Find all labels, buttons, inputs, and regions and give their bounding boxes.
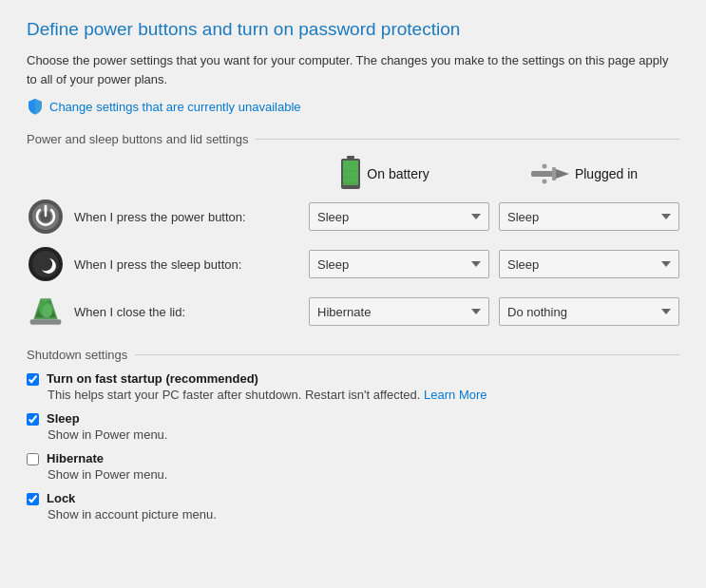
lid-dropdowns: Sleep Hibernate Shut down Turn off the d… <box>309 297 679 326</box>
battery-label: On battery <box>367 166 429 181</box>
power-button-dropdowns: Sleep Hibernate Shut down Turn off the d… <box>309 202 679 231</box>
fast-startup-sub: This helps start your PC faster after sh… <box>48 388 679 402</box>
learn-more-link[interactable]: Learn More <box>424 388 487 402</box>
hibernate-shutdown-sub: Show in Power menu. <box>48 467 679 482</box>
lid-plugged-select[interactable]: Sleep Hibernate Shut down Turn off the d… <box>499 297 679 326</box>
hibernate-shutdown-label[interactable]: Hibernate <box>47 451 104 465</box>
section1-label: Power and sleep buttons and lid settings <box>27 132 248 146</box>
lid-battery-wrap: Sleep Hibernate Shut down Turn off the d… <box>309 297 489 326</box>
hibernate-shutdown-row: Hibernate <box>27 451 679 465</box>
svg-rect-8 <box>552 167 556 180</box>
column-headers: On battery Plugged in <box>27 156 679 192</box>
svg-rect-0 <box>347 156 354 159</box>
col-header-plugged: Plugged in <box>489 161 679 186</box>
svg-point-11 <box>542 180 546 184</box>
svg-rect-6 <box>343 161 358 185</box>
lock-shutdown-label[interactable]: Lock <box>47 491 75 505</box>
lock-checkbox[interactable] <box>27 493 39 505</box>
sleep-button-plugged-select[interactable]: Sleep Hibernate Shut down Turn off the d… <box>499 250 679 278</box>
col-header-battery: On battery <box>290 156 480 192</box>
sleep-shutdown-row: Sleep <box>27 411 679 426</box>
section1-header: Power and sleep buttons and lid settings <box>27 132 679 146</box>
svg-rect-7 <box>531 171 554 177</box>
page-description: Choose the power settings that you want … <box>27 51 679 88</box>
power-button-plugged-select[interactable]: Sleep Hibernate Shut down Turn off the d… <box>499 202 679 231</box>
lock-shutdown-sub: Show in account picture menu. <box>48 507 679 522</box>
fast-startup-row: Turn on fast startup (recommended) <box>27 371 679 386</box>
battery-icon <box>340 156 361 192</box>
lid-label: When I close the lid: <box>74 305 309 319</box>
shutdown-section: Shutdown settings Turn on fast startup (… <box>27 348 679 522</box>
fast-startup-label[interactable]: Turn on fast startup (recommended) <box>47 371 258 386</box>
lid-icon <box>27 293 65 331</box>
plug-icon <box>531 161 569 186</box>
svg-marker-9 <box>556 169 569 179</box>
svg-point-10 <box>542 164 546 169</box>
power-button-row: When I press the power button: Sleep Hib… <box>27 198 679 236</box>
change-settings-link[interactable]: Change settings that are currently unava… <box>27 98 679 115</box>
sleep-button-battery-wrap: Sleep Hibernate Shut down Turn off the d… <box>309 250 489 278</box>
power-button-label: When I press the power button: <box>74 210 309 224</box>
hibernate-checkbox[interactable] <box>27 453 39 465</box>
sleep-button-row: When I press the sleep button: Sleep Hib… <box>27 245 679 283</box>
plugged-label: Plugged in <box>575 166 638 181</box>
sleep-button-battery-select[interactable]: Sleep Hibernate Shut down Turn off the d… <box>309 250 489 278</box>
lid-battery-select[interactable]: Sleep Hibernate Shut down Turn off the d… <box>309 297 489 326</box>
svg-rect-17 <box>30 319 62 324</box>
section2-header: Shutdown settings <box>27 348 679 362</box>
page-title: Define power buttons and turn on passwor… <box>27 19 679 40</box>
sleep-checkbox[interactable] <box>27 413 39 426</box>
lid-plugged-wrap: Sleep Hibernate Shut down Turn off the d… <box>499 297 679 326</box>
shield-icon <box>27 98 44 115</box>
sleep-button-plugged-wrap: Sleep Hibernate Shut down Turn off the d… <box>499 250 679 278</box>
fast-startup-checkbox[interactable] <box>27 373 39 386</box>
lock-shutdown-row: Lock <box>27 491 679 505</box>
power-button-battery-wrap: Sleep Hibernate Shut down Turn off the d… <box>309 202 489 231</box>
sleep-shutdown-sub: Show in Power menu. <box>48 427 679 442</box>
section2-label: Shutdown settings <box>27 348 127 362</box>
sleep-shutdown-label[interactable]: Sleep <box>47 411 80 426</box>
sleep-button-dropdowns: Sleep Hibernate Shut down Turn off the d… <box>309 250 679 278</box>
change-settings-label: Change settings that are currently unava… <box>49 100 301 114</box>
power-button-icon <box>27 198 65 236</box>
lid-row: When I close the lid: Sleep Hibernate Sh… <box>27 293 679 331</box>
sleep-button-icon <box>27 245 65 283</box>
section1-divider <box>256 139 679 140</box>
power-button-battery-select[interactable]: Sleep Hibernate Shut down Turn off the d… <box>309 202 489 231</box>
sleep-button-label: When I press the sleep button: <box>74 257 309 272</box>
power-button-plugged-wrap: Sleep Hibernate Shut down Turn off the d… <box>499 202 679 231</box>
section2-divider <box>135 354 679 355</box>
